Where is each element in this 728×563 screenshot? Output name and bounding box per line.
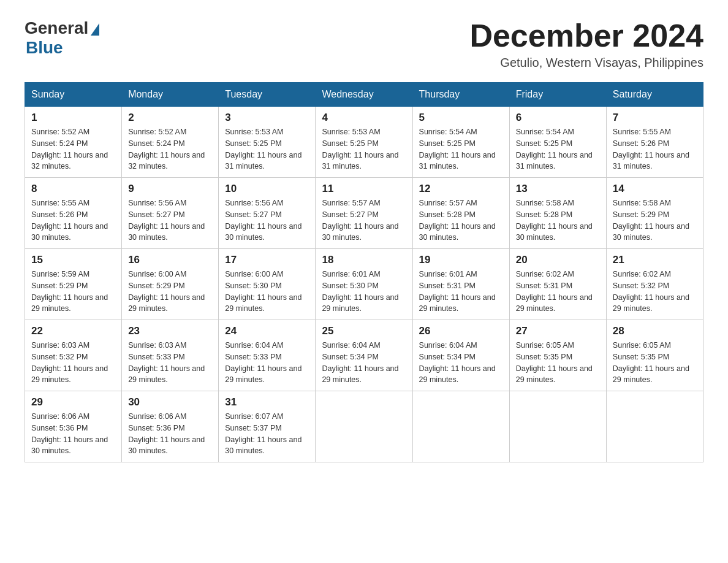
location-subtitle: Getulio, Western Visayas, Philippines	[469, 56, 703, 70]
calendar-cell: 7Sunrise: 5:55 AMSunset: 5:26 PMDaylight…	[606, 107, 703, 178]
calendar-cell: 27Sunrise: 6:05 AMSunset: 5:35 PMDayligh…	[509, 320, 606, 391]
calendar-cell: 23Sunrise: 6:03 AMSunset: 5:33 PMDayligh…	[122, 320, 219, 391]
calendar-week-row: 22Sunrise: 6:03 AMSunset: 5:32 PMDayligh…	[25, 320, 703, 391]
day-info: Sunrise: 6:04 AMSunset: 5:34 PMDaylight:…	[419, 340, 503, 386]
day-number: 31	[225, 396, 309, 408]
day-number: 20	[516, 254, 600, 266]
day-info: Sunrise: 6:05 AMSunset: 5:35 PMDaylight:…	[613, 340, 697, 386]
day-info: Sunrise: 5:57 AMSunset: 5:28 PMDaylight:…	[419, 197, 503, 243]
day-info: Sunrise: 6:04 AMSunset: 5:33 PMDaylight:…	[225, 340, 309, 386]
day-number: 5	[419, 112, 503, 124]
day-info: Sunrise: 5:55 AMSunset: 5:26 PMDaylight:…	[613, 126, 697, 172]
calendar-cell: 13Sunrise: 5:58 AMSunset: 5:28 PMDayligh…	[509, 178, 606, 249]
calendar-cell: 5Sunrise: 5:54 AMSunset: 5:25 PMDaylight…	[412, 107, 509, 178]
day-info: Sunrise: 6:04 AMSunset: 5:34 PMDaylight:…	[322, 340, 406, 386]
day-info: Sunrise: 5:53 AMSunset: 5:25 PMDaylight:…	[322, 126, 406, 172]
day-number: 26	[419, 325, 503, 337]
day-info: Sunrise: 5:58 AMSunset: 5:28 PMDaylight:…	[516, 197, 600, 243]
day-info: Sunrise: 6:02 AMSunset: 5:31 PMDaylight:…	[516, 269, 600, 315]
day-info: Sunrise: 6:06 AMSunset: 5:36 PMDaylight:…	[31, 411, 115, 457]
day-number: 18	[322, 254, 406, 266]
day-number: 25	[322, 325, 406, 337]
day-number: 22	[31, 325, 115, 337]
calendar-cell	[509, 391, 606, 462]
calendar-cell	[316, 391, 412, 462]
day-info: Sunrise: 6:07 AMSunset: 5:37 PMDaylight:…	[225, 411, 309, 457]
calendar-cell: 14Sunrise: 5:58 AMSunset: 5:29 PMDayligh…	[606, 178, 703, 249]
calendar-week-row: 1Sunrise: 5:52 AMSunset: 5:24 PMDaylight…	[25, 107, 703, 178]
calendar-cell: 19Sunrise: 6:01 AMSunset: 5:31 PMDayligh…	[412, 249, 509, 320]
day-info: Sunrise: 6:00 AMSunset: 5:30 PMDaylight:…	[225, 269, 309, 315]
column-header-tuesday: Tuesday	[219, 83, 316, 107]
calendar-cell: 6Sunrise: 5:54 AMSunset: 5:25 PMDaylight…	[509, 107, 606, 178]
calendar-week-row: 15Sunrise: 5:59 AMSunset: 5:29 PMDayligh…	[25, 249, 703, 320]
calendar-cell: 16Sunrise: 6:00 AMSunset: 5:29 PMDayligh…	[122, 249, 219, 320]
day-number: 23	[128, 325, 212, 337]
calendar-cell	[412, 391, 509, 462]
day-number: 7	[613, 112, 697, 124]
calendar-cell: 18Sunrise: 6:01 AMSunset: 5:30 PMDayligh…	[316, 249, 412, 320]
calendar-cell: 20Sunrise: 6:02 AMSunset: 5:31 PMDayligh…	[509, 249, 606, 320]
calendar-week-row: 8Sunrise: 5:55 AMSunset: 5:26 PMDaylight…	[25, 178, 703, 249]
calendar-header-row: SundayMondayTuesdayWednesdayThursdayFrid…	[25, 83, 703, 107]
calendar-cell: 15Sunrise: 5:59 AMSunset: 5:29 PMDayligh…	[25, 249, 122, 320]
day-info: Sunrise: 5:53 AMSunset: 5:25 PMDaylight:…	[225, 126, 309, 172]
calendar-cell: 3Sunrise: 5:53 AMSunset: 5:25 PMDaylight…	[219, 107, 316, 178]
column-header-wednesday: Wednesday	[316, 83, 412, 107]
day-info: Sunrise: 6:06 AMSunset: 5:36 PMDaylight:…	[128, 411, 212, 457]
day-info: Sunrise: 6:01 AMSunset: 5:31 PMDaylight:…	[419, 269, 503, 315]
day-info: Sunrise: 6:03 AMSunset: 5:32 PMDaylight:…	[31, 340, 115, 386]
day-info: Sunrise: 6:05 AMSunset: 5:35 PMDaylight:…	[516, 340, 600, 386]
day-number: 13	[516, 183, 600, 195]
day-info: Sunrise: 6:03 AMSunset: 5:33 PMDaylight:…	[128, 340, 212, 386]
day-number: 8	[31, 183, 115, 195]
day-info: Sunrise: 5:56 AMSunset: 5:27 PMDaylight:…	[128, 197, 212, 243]
page-header: General Blue December 2024 Getulio, West…	[25, 18, 703, 70]
day-number: 12	[419, 183, 503, 195]
day-number: 2	[128, 112, 212, 124]
day-number: 28	[613, 325, 697, 337]
day-number: 30	[128, 396, 212, 408]
logo: General Blue	[25, 18, 99, 58]
day-number: 1	[31, 112, 115, 124]
day-number: 3	[225, 112, 309, 124]
calendar-cell	[606, 391, 703, 462]
day-number: 21	[613, 254, 697, 266]
calendar-cell: 22Sunrise: 6:03 AMSunset: 5:32 PMDayligh…	[25, 320, 122, 391]
calendar-cell: 29Sunrise: 6:06 AMSunset: 5:36 PMDayligh…	[25, 391, 122, 462]
calendar-cell: 31Sunrise: 6:07 AMSunset: 5:37 PMDayligh…	[219, 391, 316, 462]
column-header-sunday: Sunday	[25, 83, 122, 107]
logo-triangle-icon	[91, 23, 99, 36]
day-number: 14	[613, 183, 697, 195]
day-info: Sunrise: 5:59 AMSunset: 5:29 PMDaylight:…	[31, 269, 115, 315]
day-number: 17	[225, 254, 309, 266]
day-number: 29	[31, 396, 115, 408]
day-number: 24	[225, 325, 309, 337]
day-info: Sunrise: 6:01 AMSunset: 5:30 PMDaylight:…	[322, 269, 406, 315]
day-info: Sunrise: 5:52 AMSunset: 5:24 PMDaylight:…	[31, 126, 115, 172]
day-number: 9	[128, 183, 212, 195]
day-info: Sunrise: 5:54 AMSunset: 5:25 PMDaylight:…	[419, 126, 503, 172]
calendar-cell: 10Sunrise: 5:56 AMSunset: 5:27 PMDayligh…	[219, 178, 316, 249]
month-year-title: December 2024	[469, 18, 703, 53]
day-number: 16	[128, 254, 212, 266]
calendar-cell: 1Sunrise: 5:52 AMSunset: 5:24 PMDaylight…	[25, 107, 122, 178]
day-number: 6	[516, 112, 600, 124]
logo-blue-text: Blue	[26, 38, 63, 58]
calendar-cell: 21Sunrise: 6:02 AMSunset: 5:32 PMDayligh…	[606, 249, 703, 320]
column-header-friday: Friday	[509, 83, 606, 107]
calendar-cell: 11Sunrise: 5:57 AMSunset: 5:27 PMDayligh…	[316, 178, 412, 249]
day-number: 10	[225, 183, 309, 195]
day-number: 19	[419, 254, 503, 266]
calendar-cell: 25Sunrise: 6:04 AMSunset: 5:34 PMDayligh…	[316, 320, 412, 391]
day-info: Sunrise: 5:52 AMSunset: 5:24 PMDaylight:…	[128, 126, 212, 172]
column-header-saturday: Saturday	[606, 83, 703, 107]
day-number: 11	[322, 183, 406, 195]
calendar-cell: 24Sunrise: 6:04 AMSunset: 5:33 PMDayligh…	[219, 320, 316, 391]
day-number: 4	[322, 112, 406, 124]
calendar-week-row: 29Sunrise: 6:06 AMSunset: 5:36 PMDayligh…	[25, 391, 703, 462]
day-number: 27	[516, 325, 600, 337]
calendar-cell: 28Sunrise: 6:05 AMSunset: 5:35 PMDayligh…	[606, 320, 703, 391]
day-info: Sunrise: 6:00 AMSunset: 5:29 PMDaylight:…	[128, 269, 212, 315]
calendar-cell: 26Sunrise: 6:04 AMSunset: 5:34 PMDayligh…	[412, 320, 509, 391]
